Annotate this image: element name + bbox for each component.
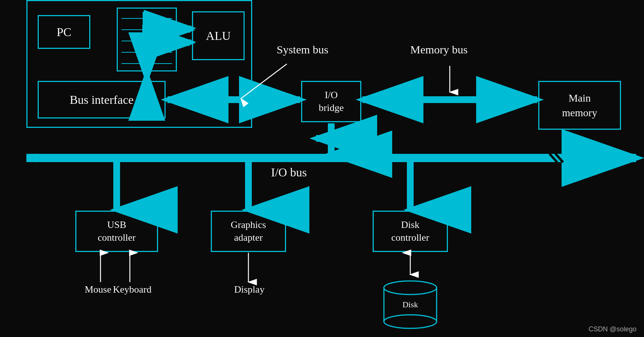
reg-line-1	[122, 18, 172, 19]
io-bus-label: I/O bus	[271, 165, 307, 179]
reg-line-5	[122, 63, 172, 64]
reg-line-4	[122, 52, 172, 53]
reg-line-3	[122, 41, 172, 41]
io-bridge-box: I/O bridge	[301, 81, 361, 122]
usb-controller-label: USB controller	[97, 219, 135, 244]
alu-box: ALU	[192, 11, 245, 60]
svg-point-9	[384, 281, 437, 294]
pc-label: PC	[56, 25, 71, 39]
bm2	[556, 154, 563, 162]
graphics-adapter-box: Graphics adapter	[211, 211, 286, 252]
alu-label: ALU	[206, 29, 231, 43]
graphics-adapter-label: Graphics adapter	[231, 219, 266, 244]
disk-controller-box: Disk controller	[373, 211, 448, 252]
disk-controller-label: Disk controller	[391, 219, 429, 244]
memory-bus-label: Memory bus	[410, 43, 468, 56]
watermark: CSDN @solego	[589, 325, 636, 333]
io-bridge-label: I/O bridge	[319, 89, 344, 114]
svg-text:Disk: Disk	[402, 300, 418, 309]
io-bus-left-arrow	[27, 153, 36, 162]
io-bus-right-arrow	[632, 153, 641, 162]
display-label: Display	[234, 284, 265, 295]
bus-interface-box: Bus interface	[38, 81, 166, 118]
main-memory-box: Main memory	[538, 81, 621, 130]
disk-cylinder-svg: Disk	[380, 280, 440, 329]
svg-point-10	[384, 315, 437, 328]
usb-controller-box: USB controller	[75, 211, 158, 252]
break-mark-2	[555, 153, 563, 162]
diagram: PC ALU Bus interface I/O bridge Main mem…	[0, 0, 644, 337]
bm1	[550, 154, 557, 162]
keyboard-label: Keyboard	[113, 284, 152, 295]
main-memory-label: Main memory	[562, 91, 597, 120]
reg-line-2	[122, 29, 172, 30]
break-mark-1	[550, 153, 557, 162]
registers-box	[117, 8, 177, 71]
system-bus-label: System bus	[277, 43, 329, 56]
pc-box: PC	[38, 15, 90, 49]
mouse-label: Mouse	[85, 284, 111, 295]
bus-interface-label: Bus interface	[70, 93, 134, 107]
